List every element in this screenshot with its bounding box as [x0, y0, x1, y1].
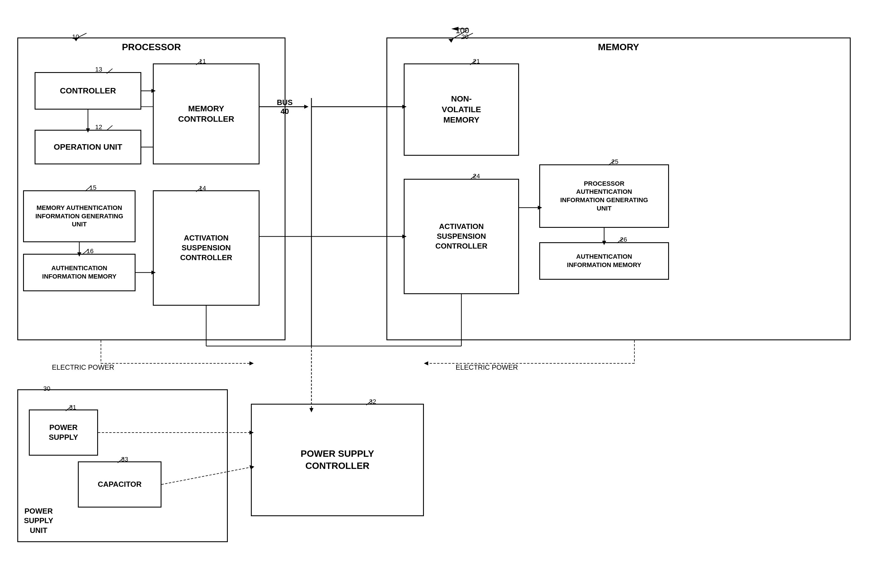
processor-auth-box: PROCESSORAUTHENTICATIONINFORMATION GENER…: [539, 164, 669, 228]
power-supply-ref: 31: [69, 404, 76, 411]
svg-marker-38: [424, 361, 428, 365]
memory-controller-box: MEMORYCONTROLLER: [153, 64, 259, 164]
memory-auth-box: MEMORY AUTHENTICATIONINFORMATION GENERAT…: [23, 191, 136, 242]
auth-info-memory-left-ref: 16: [86, 247, 94, 255]
auth-info-memory-left-box: AUTHENTICATIONINFORMATION MEMORY: [23, 254, 136, 291]
operation-unit-box: OPERATION UNIT: [34, 130, 141, 164]
operation-unit-label: OPERATION UNIT: [54, 142, 122, 152]
activation-suspension-left-box: ACTIVATIONSUSPENSIONCONTROLLER: [153, 191, 259, 306]
processor-auth-ref: 25: [611, 158, 618, 165]
processor-label: PROCESSOR: [122, 41, 181, 54]
activation-suspension-right-label: ACTIVATIONSUSPENSIONCONTROLLER: [435, 222, 488, 251]
power-supply-controller-label: POWER SUPPLYCONTROLLER: [301, 448, 374, 472]
bus-label: BUS40: [277, 98, 293, 116]
capacitor-label: CAPACITOR: [98, 479, 142, 489]
non-volatile-memory-ref: 21: [473, 58, 480, 65]
auth-info-memory-right-label: AUTHENTICATIONINFORMATION MEMORY: [567, 253, 641, 269]
power-supply-controller-ref: 32: [369, 398, 376, 405]
electric-power-right-label: ELECTRIC POWER: [456, 363, 518, 371]
memory-auth-ref: 15: [89, 184, 96, 192]
memory-auth-label: MEMORY AUTHENTICATIONINFORMATION GENERAT…: [36, 204, 124, 229]
processor-ref: 10: [72, 33, 79, 41]
memory-ref: 20: [461, 33, 468, 41]
power-supply-label: POWERSUPPLY: [49, 423, 78, 442]
non-volatile-memory-box: NON-VOLATILEMEMORY: [404, 64, 519, 156]
controller-box: CONTROLLER: [34, 72, 141, 110]
controller-ref: 13: [95, 66, 102, 73]
auth-info-memory-right-box: AUTHENTICATIONINFORMATION MEMORY: [539, 242, 669, 280]
svg-marker-35: [249, 361, 254, 365]
electric-power-left-label: ELECTRIC POWER: [52, 363, 114, 371]
activation-suspension-right-ref: 24: [473, 173, 480, 180]
auth-info-memory-right-ref: 26: [620, 236, 627, 243]
activation-suspension-left-label: ACTIVATIONSUSPENSIONCONTROLLER: [180, 233, 232, 262]
activation-suspension-left-ref: 14: [199, 185, 206, 192]
memory-label: MEMORY: [598, 41, 639, 54]
memory-controller-ref: 11: [199, 58, 206, 65]
non-volatile-memory-label: NON-VOLATILEMEMORY: [442, 94, 481, 125]
memory-controller-label: MEMORYCONTROLLER: [178, 104, 234, 125]
power-supply-box: POWERSUPPLY: [29, 409, 98, 456]
controller-label: CONTROLLER: [60, 86, 116, 96]
processor-auth-label: PROCESSORAUTHENTICATIONINFORMATION GENER…: [560, 180, 648, 213]
power-supply-controller-box: POWER SUPPLYCONTROLLER: [251, 404, 424, 516]
svg-marker-12: [304, 105, 308, 109]
capacitor-box: CAPACITOR: [78, 461, 161, 508]
diagram: 100 PROCESSOR 10 MEMORY 20 CONTROLLER 13…: [0, 0, 870, 588]
activation-suspension-right-box: ACTIVATIONSUSPENSIONCONTROLLER: [404, 179, 519, 294]
operation-unit-ref: 12: [95, 124, 102, 131]
power-supply-unit-ref: 30: [43, 385, 50, 393]
auth-info-memory-left-label: AUTHENTICATIONINFORMATION MEMORY: [42, 264, 116, 281]
capacitor-ref: 33: [121, 456, 128, 463]
power-supply-unit-label: POWERSUPPLYUNIT: [24, 506, 54, 536]
